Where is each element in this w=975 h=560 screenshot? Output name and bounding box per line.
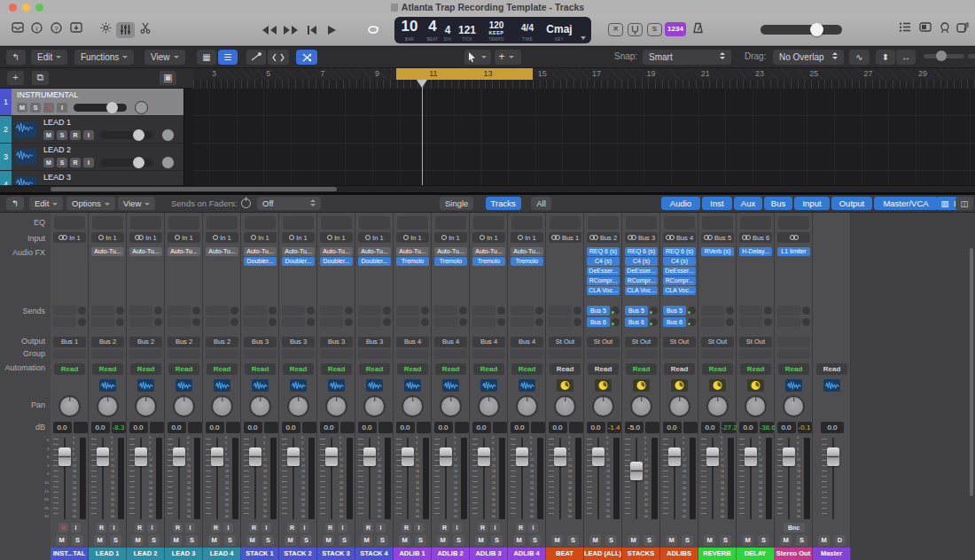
- peak-value[interactable]: -8.3: [112, 422, 126, 433]
- pan-knob[interactable]: [325, 395, 347, 417]
- master-volume-slider[interactable]: [760, 25, 842, 35]
- note-pads-icon[interactable]: [916, 22, 933, 38]
- automation-mode-button[interactable]: Read: [473, 363, 504, 375]
- record-enable-button[interactable]: R: [516, 523, 526, 533]
- track-r-button[interactable]: R: [70, 158, 81, 167]
- audio-fx-slot[interactable]: REQ 6 (s): [663, 247, 696, 256]
- track-pan-knob[interactable]: [135, 101, 148, 114]
- input-slot[interactable]: Bus 6: [739, 232, 772, 243]
- audio-fx-slot[interactable]: RCompr...: [587, 276, 620, 285]
- track-header[interactable]: 2LEAD 1MSRI: [0, 116, 183, 144]
- channel-fader[interactable]: 03691215182124303540455060: [470, 436, 508, 521]
- audio-fx-slot[interactable]: Doubler...: [282, 257, 315, 266]
- automation-mode-button[interactable]: Read: [207, 363, 238, 375]
- mixer-icon[interactable]: [116, 22, 135, 38]
- channel-name[interactable]: STACKS: [622, 548, 660, 560]
- eq-thumbnail[interactable]: [435, 216, 466, 229]
- channel-name[interactable]: LEAD 2: [127, 548, 165, 560]
- media-browser-icon[interactable]: [9, 22, 26, 38]
- eq-thumbnail[interactable]: [397, 216, 428, 229]
- input-monitor-button[interactable]: I: [528, 523, 538, 533]
- output-slot[interactable]: Bus 3: [358, 337, 391, 347]
- track-r-button[interactable]: R: [70, 130, 81, 140]
- send-level-knob[interactable]: [78, 307, 86, 315]
- input-slot[interactable]: Bus 5: [701, 232, 734, 243]
- input-monitoring-icon[interactable]: [480, 379, 497, 392]
- media-icon[interactable]: [954, 22, 971, 38]
- channel-fader[interactable]: 03691215182124303540455060: [203, 436, 241, 521]
- mute-button[interactable]: M: [628, 535, 639, 546]
- peak-value[interactable]: [493, 422, 507, 433]
- channel-name[interactable]: Master: [813, 548, 851, 560]
- send-slot[interactable]: [511, 306, 545, 315]
- send-level-knob[interactable]: [612, 318, 620, 326]
- solo-button[interactable]: S: [491, 535, 503, 546]
- arrange-area[interactable]: [193, 89, 975, 185]
- solo-button[interactable]: S: [300, 535, 312, 546]
- pan-knob[interactable]: [211, 395, 233, 417]
- solo-button[interactable]: S: [758, 535, 769, 546]
- pan-knob[interactable]: [668, 395, 690, 417]
- fader-cap[interactable]: [363, 447, 376, 466]
- automation-mode-button[interactable]: Read: [816, 363, 847, 375]
- input-monitor-button[interactable]: I: [452, 523, 462, 533]
- send-destination[interactable]: Bus 5: [663, 306, 686, 315]
- send-level-knob[interactable]: [230, 318, 238, 326]
- send-level-knob[interactable]: [497, 318, 505, 326]
- peak-value[interactable]: [264, 422, 278, 433]
- input-monitor-button[interactable]: I: [71, 523, 81, 533]
- fader-cap[interactable]: [287, 447, 300, 466]
- send-slot[interactable]: [777, 317, 812, 327]
- eq-thumbnail[interactable]: [321, 216, 352, 229]
- channel-fader[interactable]: 03691215182124303540455060: [51, 436, 89, 521]
- pan-knob[interactable]: [592, 395, 614, 417]
- add-track-button[interactable]: +: [7, 71, 24, 85]
- peak-value[interactable]: [455, 422, 469, 433]
- timing-icon[interactable]: [557, 379, 573, 392]
- send-level-knob[interactable]: [650, 307, 658, 315]
- group-slot[interactable]: [244, 349, 277, 359]
- input-monitoring-icon[interactable]: [404, 379, 421, 392]
- volume-value[interactable]: 0.0: [129, 422, 148, 433]
- send-level-knob[interactable]: [345, 318, 353, 326]
- send-level-knob[interactable]: [650, 318, 658, 326]
- output-slot[interactable]: Bus 4: [511, 337, 543, 347]
- channel-fader[interactable]: 03691215182124303540455060: [775, 436, 813, 521]
- input-monitoring-icon[interactable]: [137, 379, 154, 392]
- send-level-knob[interactable]: [764, 307, 772, 315]
- fader-cap[interactable]: [554, 447, 566, 466]
- channel-fader[interactable]: [813, 436, 851, 521]
- send-slot[interactable]: [282, 317, 316, 327]
- record-enable-button[interactable]: R: [363, 523, 373, 533]
- peak-value[interactable]: [683, 422, 698, 433]
- automation-mode-button[interactable]: Read: [359, 363, 390, 375]
- playhead-marker[interactable]: [417, 80, 427, 88]
- mute-button[interactable]: M: [323, 535, 334, 546]
- solo-button[interactable]: S: [720, 535, 731, 546]
- send-level-knob[interactable]: [421, 307, 429, 315]
- audio-fx-slot[interactable]: L1 limiter: [777, 247, 810, 256]
- output-slot[interactable]: St Out: [549, 337, 581, 347]
- automation-mode-button[interactable]: Read: [664, 363, 695, 375]
- send-level-knob[interactable]: [192, 307, 200, 315]
- group-slot[interactable]: [663, 349, 696, 359]
- audio-fx-slot[interactable]: Auto-Tu...: [320, 247, 353, 256]
- marquee-tool-icon[interactable]: [268, 50, 289, 65]
- fader-cap[interactable]: [478, 447, 490, 466]
- automation-mode-button[interactable]: Read: [245, 363, 276, 375]
- pan-knob[interactable]: [249, 395, 271, 417]
- send-slot[interactable]: [129, 317, 164, 327]
- solo-button[interactable]: S: [605, 535, 617, 546]
- solo-button[interactable]: S: [186, 535, 198, 546]
- audio-fx-slot[interactable]: C4 (s): [625, 257, 658, 266]
- input-slot[interactable]: In 1: [53, 232, 86, 243]
- send-slot[interactable]: [396, 306, 431, 315]
- peak-value[interactable]: -1.4: [607, 422, 621, 433]
- tracks-functions-menu[interactable]: Functions: [74, 50, 134, 65]
- send-destination[interactable]: [168, 317, 191, 327]
- solo-button[interactable]: S: [682, 535, 693, 546]
- mixer-view-tracks-button[interactable]: Tracks: [486, 197, 521, 210]
- mute-button[interactable]: M: [132, 535, 144, 546]
- volume-value[interactable]: 0.0: [587, 422, 605, 433]
- count-in-button[interactable]: 1234: [665, 22, 686, 36]
